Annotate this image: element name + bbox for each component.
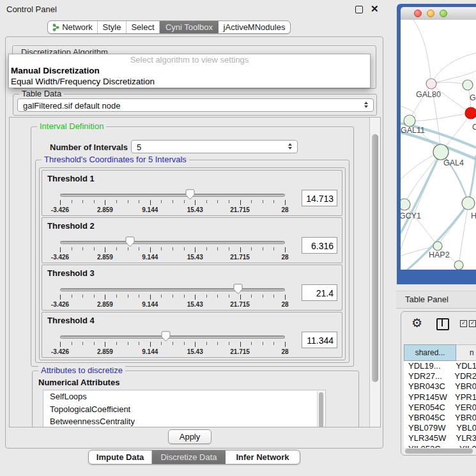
number-of-intervals-combobox[interactable]: 5 — [131, 140, 298, 153]
slider-tick — [128, 200, 128, 203]
threshold-slider[interactable]: -3.4262.8599.14415.4321.71528 — [58, 188, 289, 214]
close-window-icon[interactable] — [414, 10, 422, 17]
slider-tick — [150, 200, 151, 205]
threshold-value-input[interactable]: 21.4 — [302, 284, 337, 301]
attribute-list-item[interactable]: BetweennessCentrality — [43, 415, 325, 427]
slider-tick — [72, 342, 72, 345]
cell-name: YPR1 — [452, 392, 476, 403]
cell-name: YBR0 — [452, 413, 476, 423]
threshold-value-input[interactable]: 6.316 — [302, 237, 337, 254]
network-node[interactable] — [401, 199, 410, 210]
tab-network[interactable]: Network — [48, 21, 98, 33]
threshold-label: Threshold 2 — [47, 221, 95, 231]
tab-select[interactable]: Select — [127, 21, 160, 33]
table-row[interactable]: YDR27...YDR2 — [404, 371, 476, 381]
tab-discretize-data[interactable]: Discretize Data — [152, 450, 226, 464]
network-window-titlebar[interactable] — [401, 7, 476, 20]
slider-tick-label: 2.859 — [97, 254, 113, 261]
minimize-window-icon[interactable] — [427, 10, 434, 17]
slider-tick — [139, 200, 139, 203]
network-edge-thick[interactable] — [401, 152, 441, 233]
network-node[interactable] — [433, 242, 442, 250]
slider-tick-label: -3.426 — [51, 206, 69, 213]
apply-button[interactable]: Apply — [168, 429, 211, 444]
slider-thumb[interactable] — [161, 331, 171, 342]
slider-track[interactable] — [60, 335, 285, 339]
network-node[interactable] — [404, 115, 415, 127]
network-canvas[interactable]: GAL80GAL11GAL4GCY1HHAP2G.C — [401, 20, 476, 270]
threshold-slider[interactable]: -3.4262.8599.14415.4321.71528 — [58, 236, 289, 261]
slider-thumb[interactable] — [185, 189, 195, 200]
attribute-list-item[interactable]: SelfLoops — [43, 390, 325, 403]
slider-tick — [105, 342, 105, 347]
table-row[interactable]: YER054CYER0 — [404, 403, 476, 413]
tab-style[interactable]: Style — [98, 21, 127, 33]
slider-track[interactable] — [60, 194, 285, 197]
threshold-slider[interactable]: -3.4262.8599.14415.4321.71528 — [58, 330, 289, 356]
network-node[interactable] — [465, 107, 476, 119]
table-row[interactable]: YBR045CYBR0 — [404, 413, 476, 423]
interval-definition-group: Interval Definition Number of Intervals … — [31, 127, 354, 367]
threshold-panel: Threshold 4-3.4262.8599.14415.4321.71528… — [42, 312, 342, 358]
dropdown-option[interactable]: Manual Discretization — [9, 65, 370, 76]
table-row[interactable]: YBL079WYBL0 — [404, 423, 476, 433]
close-icon[interactable]: ✕ — [371, 3, 379, 15]
slider-tick-label: 15.43 — [187, 206, 203, 213]
column-header-shared-name[interactable]: shared... — [404, 344, 456, 361]
table-row[interactable]: YPR145WYPR1 — [404, 392, 476, 403]
dropdown-option[interactable]: Equal Width/Frequency Discretization — [9, 76, 370, 87]
table-row[interactable]: YDL19...YDL1 — [404, 361, 476, 371]
tab-jactivemnodules-label: jActiveMNodules — [224, 22, 286, 32]
thresholds-inner-box: Threshold 1-3.4262.8599.14415.4321.71528… — [39, 167, 346, 360]
column-header-name[interactable]: n — [456, 344, 476, 361]
checkbox-icon[interactable]: ✓ — [469, 320, 476, 327]
table-data-group: Table Data galFiltered.sif default node — [13, 94, 377, 116]
table-row[interactable]: YLR345WYLR3 — [404, 433, 476, 443]
slider-tick-label: 15.43 — [187, 348, 203, 355]
slider-track[interactable] — [60, 288, 285, 291]
cell-shared-name: YDR27... — [404, 371, 451, 381]
threshold-value-input[interactable]: 14.713 — [302, 190, 337, 206]
attribute-list-item[interactable]: TopologicalCoefficient — [43, 403, 325, 416]
cell-name: YDR2 — [451, 371, 476, 381]
float-panel-icon[interactable] — [355, 6, 363, 13]
settings-scrollbar[interactable] — [369, 118, 380, 427]
split-table-icon[interactable] — [436, 318, 449, 330]
slider-track[interactable] — [60, 241, 285, 244]
network-node[interactable] — [463, 80, 473, 90]
slider-tick-label: 28 — [281, 206, 288, 213]
slider-tick — [128, 247, 128, 250]
slider-tick — [150, 247, 151, 252]
network-node[interactable] — [462, 197, 475, 210]
network-edge[interactable] — [410, 84, 431, 121]
network-edge[interactable] — [431, 53, 476, 84]
tab-infer-network[interactable]: Infer Network — [226, 450, 300, 464]
network-edge-thick[interactable] — [468, 155, 476, 203]
table-row[interactable]: YBR043CYBR0 — [404, 381, 476, 392]
tab-impute-data[interactable]: Impute Data — [89, 450, 152, 464]
slider-tick-label: 21.715 — [230, 254, 250, 261]
gear-icon[interactable]: ⚙ — [411, 316, 422, 330]
slider-tick — [116, 200, 117, 203]
network-node[interactable] — [454, 261, 463, 270]
network-node[interactable] — [426, 79, 436, 89]
interval-definition-title: Interval Definition — [37, 121, 106, 131]
top-tab-bar: Network Style Select Cyni Toolbox jActiv… — [47, 20, 291, 34]
threshold-value-input[interactable]: 11.344 — [302, 332, 337, 348]
network-edge[interactable] — [413, 20, 431, 84]
slider-thumb[interactable] — [233, 284, 243, 295]
network-node[interactable] — [433, 144, 449, 160]
table-hscrollbar[interactable] — [404, 448, 476, 454]
network-edge[interactable] — [404, 152, 441, 204]
table-data-combobox[interactable]: galFiltered.sif default node — [17, 98, 374, 112]
tab-cyni-toolbox[interactable]: Cyni Toolbox — [160, 21, 219, 33]
tab-jactivemnodules[interactable]: jActiveMNodules — [219, 21, 290, 33]
network-edge[interactable] — [410, 113, 471, 121]
slider-thumb[interactable] — [125, 236, 135, 247]
cell-name: YDL1 — [452, 361, 476, 371]
threshold-slider[interactable]: -3.4262.8599.14415.4321.71528 — [58, 283, 289, 309]
checkbox-icon[interactable]: ✓ — [460, 320, 467, 327]
zoom-window-icon[interactable] — [440, 10, 447, 17]
cell-name: YER0 — [452, 403, 476, 413]
list-scrollbar[interactable] — [317, 391, 325, 427]
